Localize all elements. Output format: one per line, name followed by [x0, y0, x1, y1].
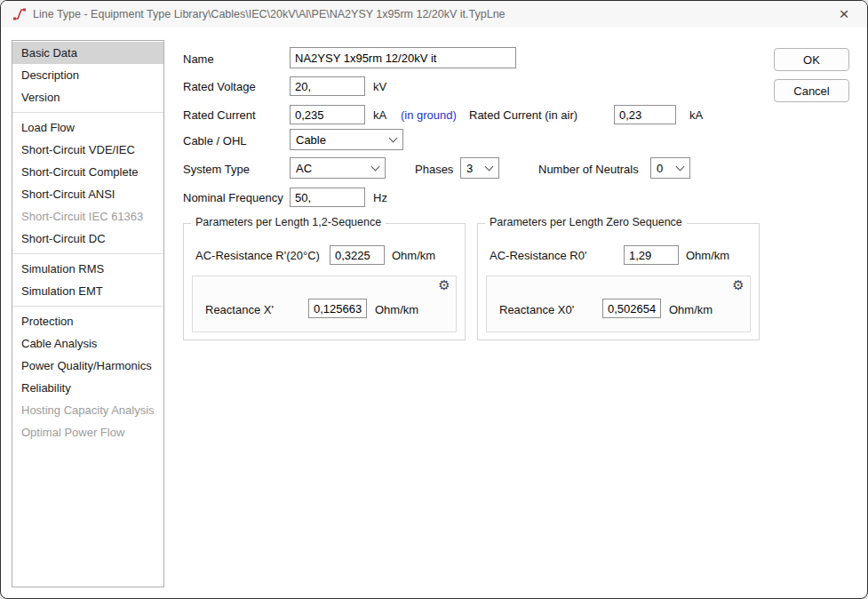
reactance-x-input[interactable]	[308, 299, 367, 318]
sidebar-item-short-circuit-ansi[interactable]: Short-Circuit ANSI	[12, 183, 163, 205]
sidebar-divider	[12, 253, 163, 254]
cancel-button[interactable]: Cancel	[774, 79, 849, 102]
system-type-label: System Type	[183, 163, 250, 176]
cable-ohl-value: Cable	[296, 133, 326, 147]
ac-resistance-r0-unit: Ohm/km	[686, 249, 729, 262]
ac-resistance-r0-input[interactable]	[624, 245, 679, 265]
rated-voltage-unit: kV	[373, 80, 386, 93]
sidebar-item-power-quality-harmonics[interactable]: Power Quality/Harmonics	[12, 355, 163, 377]
sidebar-divider	[12, 306, 163, 307]
window-title: Line Type - Equipment Type Library\Cable…	[33, 8, 506, 20]
sidebar-item-reliability[interactable]: Reliability	[12, 377, 163, 399]
ok-button[interactable]: OK	[774, 48, 849, 71]
group-12-sequence-title: Parameters per Length 1,2-Sequence	[191, 216, 386, 228]
reactance-x0-unit: Ohm/km	[669, 303, 713, 316]
sidebar-item-short-circuit-complete[interactable]: Short-Circuit Complete	[12, 161, 163, 183]
chevron-down-icon	[485, 163, 494, 172]
chevron-down-icon	[371, 163, 380, 172]
phases-select[interactable]: 3	[460, 157, 499, 179]
phases-label: Phases	[415, 163, 453, 176]
number-of-neutrals-select[interactable]: 0	[650, 157, 690, 179]
rated-current-ground-unit: kA	[373, 108, 386, 122]
number-of-neutrals-label: Number of Neutrals	[538, 163, 639, 176]
rated-voltage-input[interactable]	[290, 76, 365, 96]
sidebar: Basic Data Description Version Load Flow…	[12, 40, 164, 587]
rated-voltage-label: Rated Voltage	[183, 80, 256, 93]
titlebar: Line Type - Equipment Type Library\Cable…	[1, 1, 867, 28]
nominal-frequency-label: Nominal Frequency	[183, 191, 283, 204]
system-type-select[interactable]: AC	[290, 157, 386, 179]
name-label: Name	[183, 52, 214, 66]
number-of-neutrals-value: 0	[657, 162, 663, 175]
sidebar-item-simulation-rms[interactable]: Simulation RMS	[12, 258, 163, 280]
group-parameters-zero-sequence: Parameters per Length Zero Sequence AC-R…	[477, 223, 760, 340]
sidebar-item-simulation-emt[interactable]: Simulation EMT	[12, 280, 163, 302]
sidebar-item-load-flow[interactable]: Load Flow	[12, 116, 163, 139]
gear-icon[interactable]: ⚙	[435, 276, 453, 294]
name-input[interactable]	[290, 47, 516, 68]
rated-current-label: Rated Current	[183, 108, 256, 122]
sidebar-item-short-circuit-vde-iec[interactable]: Short-Circuit VDE/IEC	[12, 139, 163, 161]
group-parameters-12-sequence: Parameters per Length 1,2-Sequence AC-Re…	[183, 223, 466, 340]
sidebar-item-protection[interactable]: Protection	[12, 310, 163, 332]
gear-icon[interactable]: ⚙	[729, 276, 747, 294]
chevron-down-icon	[676, 163, 685, 172]
cable-ohl-select[interactable]: Cable	[290, 129, 403, 150]
sidebar-item-basic-data[interactable]: Basic Data	[12, 42, 163, 64]
rated-current-air-unit: kA	[689, 108, 703, 122]
rated-current-air-input[interactable]	[614, 105, 676, 124]
reactance-zero-subpanel: ⚙ Reactance X0' Ohm/km	[486, 276, 751, 332]
close-icon[interactable]: ×	[833, 4, 855, 25]
ac-resistance-r20-label: AC-Resistance R'(20°C)	[195, 249, 320, 262]
group-zero-sequence-title: Parameters per Length Zero Sequence	[485, 216, 687, 228]
reactance-x0-input[interactable]	[602, 299, 661, 318]
rated-current-ground-input[interactable]	[290, 105, 365, 124]
rated-current-air-label: Rated Current (in air)	[469, 108, 577, 122]
cable-ohl-label: Cable / OHL	[183, 134, 247, 148]
in-ground-hint: (in ground)	[401, 108, 457, 122]
ac-resistance-r20-input[interactable]	[330, 245, 385, 265]
sidebar-item-short-circuit-iec-61363: Short-Circuit IEC 61363	[12, 205, 163, 228]
sidebar-item-version[interactable]: Version	[12, 86, 163, 108]
reactance-x-label: Reactance X'	[205, 303, 274, 316]
sidebar-item-cable-analysis[interactable]: Cable Analysis	[12, 332, 163, 355]
reactance-x-unit: Ohm/km	[375, 303, 418, 316]
sidebar-item-description[interactable]: Description	[12, 64, 163, 86]
sidebar-divider	[12, 112, 163, 113]
ac-resistance-r20-unit: Ohm/km	[392, 249, 435, 262]
system-type-value: AC	[296, 162, 312, 175]
line-type-dialog: Line Type - Equipment Type Library\Cable…	[0, 0, 868, 599]
reactance-x0-label: Reactance X0'	[499, 303, 574, 316]
reactance-12-subpanel: ⚙ Reactance X' Ohm/km	[192, 276, 457, 332]
sidebar-item-short-circuit-dc[interactable]: Short-Circuit DC	[12, 228, 163, 250]
sidebar-item-optimal-power-flow: Optimal Power Flow	[12, 421, 163, 443]
sidebar-item-hosting-capacity-analysis: Hosting Capacity Analysis	[12, 399, 163, 421]
phases-value: 3	[466, 162, 473, 175]
chevron-down-icon	[389, 134, 398, 143]
nominal-frequency-input[interactable]	[290, 188, 365, 207]
line-type-icon	[12, 7, 27, 21]
ac-resistance-r0-label: AC-Resistance R0'	[490, 249, 586, 262]
nominal-frequency-unit: Hz	[373, 191, 387, 204]
